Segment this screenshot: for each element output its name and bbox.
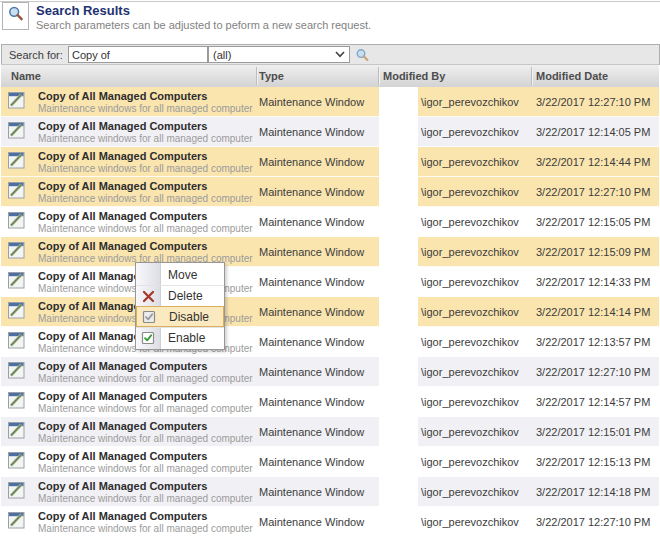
menu-item-icon-cell <box>136 331 160 345</box>
redaction-overlay <box>379 87 418 537</box>
table-row[interactable]: Copy of All Managed Computers Maintenanc… <box>1 87 659 117</box>
row-description: Maintenance windows for all managed comp… <box>38 463 253 475</box>
row-modified-date: 3/22/2017 12:27:10 PM <box>536 87 650 117</box>
row-name-block: Copy of All Managed Computers Maintenanc… <box>38 359 253 385</box>
search-submit-button[interactable] <box>354 47 370 63</box>
row-type: Maintenance Window <box>259 507 364 537</box>
context-menu-item[interactable]: Disable <box>136 306 224 327</box>
maintenance-window-icon <box>8 392 25 409</box>
row-title: Copy of All Managed Computers <box>38 389 253 403</box>
row-modified-by: \igor_perevozchikov <box>421 147 519 177</box>
row-type: Maintenance Window <box>259 327 364 357</box>
table-row[interactable]: Copy of All Managed Computers Maintenanc… <box>1 147 659 177</box>
table-row[interactable]: Copy of All Managed Computers Maintenanc… <box>1 237 659 267</box>
search-for-label: Search for: <box>9 49 63 61</box>
row-modified-date: 3/22/2017 12:14:44 PM <box>536 147 650 177</box>
row-type: Maintenance Window <box>259 417 364 447</box>
menu-item-icon-cell <box>137 310 161 324</box>
row-name-block: Copy of All Managed Computers Maintenanc… <box>38 179 253 205</box>
row-name-block: Copy of All Managed Computers Maintenanc… <box>38 449 253 475</box>
table-row[interactable]: Copy of All Managed Computers Maintenanc… <box>1 117 659 147</box>
search-input[interactable] <box>68 46 208 63</box>
row-modified-by: \igor_perevozchikov <box>421 297 519 327</box>
row-modified-date: 3/22/2017 12:13:57 PM <box>536 327 650 357</box>
column-header-name[interactable]: Name <box>11 65 41 87</box>
row-modified-by: \igor_perevozchikov <box>421 447 519 477</box>
row-modified-by: \igor_perevozchikov <box>421 237 519 267</box>
row-modified-date: 3/22/2017 12:27:10 PM <box>536 357 650 387</box>
row-name-block: Copy of All Managed Computers Maintenanc… <box>38 209 253 235</box>
enable-icon <box>141 331 155 345</box>
row-modified-date: 3/22/2017 12:14:18 PM <box>536 477 650 507</box>
row-description: Maintenance windows for all managed comp… <box>38 163 253 175</box>
filter-selected-value: (all) <box>213 49 335 61</box>
row-name-block: Copy of All Managed Computers Maintenanc… <box>38 149 253 175</box>
maintenance-window-icon <box>8 362 25 379</box>
row-type: Maintenance Window <box>259 387 364 417</box>
row-modified-by: \igor_perevozchikov <box>421 417 519 447</box>
search-results-page: Search Results Search parameters can be … <box>0 0 660 537</box>
maintenance-window-icon <box>8 512 25 529</box>
row-description: Maintenance windows for all managed comp… <box>38 223 253 235</box>
context-menu-item[interactable]: Delete <box>136 285 224 306</box>
row-modified-date: 3/22/2017 12:27:10 PM <box>536 177 650 207</box>
table-row[interactable]: Copy of All Managed Computers Maintenanc… <box>1 267 659 297</box>
menu-item-label: Delete <box>168 289 203 303</box>
row-modified-date: 3/22/2017 12:14:05 PM <box>536 117 650 147</box>
maintenance-window-icon <box>8 242 25 259</box>
row-type: Maintenance Window <box>259 297 364 327</box>
results-table-header: Name Type Modified By Modified Date <box>1 64 659 88</box>
row-modified-date: 3/22/2017 12:15:01 PM <box>536 417 650 447</box>
table-row[interactable]: Copy of All Managed Computers Maintenanc… <box>1 177 659 207</box>
row-title: Copy of All Managed Computers <box>38 149 253 163</box>
menu-item-label: Move <box>168 268 197 282</box>
table-row[interactable]: Copy of All Managed Computers Maintenanc… <box>1 477 659 507</box>
filter-dropdown[interactable]: (all) <box>208 46 350 63</box>
row-name-block: Copy of All Managed Computers Maintenanc… <box>38 89 253 115</box>
column-header-modified-by[interactable]: Modified By <box>383 65 445 87</box>
row-modified-by: \igor_perevozchikov <box>421 267 519 297</box>
maintenance-window-icon <box>8 122 25 139</box>
table-row[interactable]: Copy of All Managed Computers Maintenanc… <box>1 417 659 447</box>
row-modified-date: 3/22/2017 12:15:05 PM <box>536 207 650 237</box>
maintenance-window-icon <box>8 332 25 349</box>
table-row[interactable]: Copy of All Managed Computers Maintenanc… <box>1 327 659 357</box>
row-title: Copy of All Managed Computers <box>38 479 253 493</box>
row-description: Maintenance windows for all managed comp… <box>38 433 253 445</box>
column-divider <box>256 67 257 85</box>
delete-icon <box>142 290 155 303</box>
column-header-modified-date[interactable]: Modified Date <box>536 65 608 87</box>
column-header-type[interactable]: Type <box>259 65 284 87</box>
row-description: Maintenance windows for all managed comp… <box>38 403 253 415</box>
table-row[interactable]: Copy of All Managed Computers Maintenanc… <box>1 297 659 327</box>
table-row[interactable]: Copy of All Managed Computers Maintenanc… <box>1 387 659 417</box>
row-name-block: Copy of All Managed Computers Maintenanc… <box>38 119 253 145</box>
row-modified-by: \igor_perevozchikov <box>421 357 519 387</box>
results-table-body: Copy of All Managed Computers Maintenanc… <box>1 87 659 537</box>
maintenance-window-icon <box>8 92 25 109</box>
page-subtitle: Search parameters can be adjusted to pef… <box>36 19 371 31</box>
row-modified-by: \igor_perevozchikov <box>421 177 519 207</box>
row-type: Maintenance Window <box>259 207 364 237</box>
context-menu-item[interactable]: Enable <box>136 327 224 348</box>
row-description: Maintenance windows for all managed comp… <box>38 103 253 115</box>
page-title: Search Results <box>36 3 130 18</box>
row-description: Maintenance windows for all managed comp… <box>38 193 253 205</box>
row-modified-by: \igor_perevozchikov <box>421 507 519 537</box>
context-menu-item[interactable]: Move <box>136 264 224 285</box>
table-row[interactable]: Copy of All Managed Computers Maintenanc… <box>1 447 659 477</box>
row-type: Maintenance Window <box>259 237 364 267</box>
maintenance-window-icon <box>8 152 25 169</box>
row-name-block: Copy of All Managed Computers Maintenanc… <box>38 419 253 445</box>
row-modified-date: 3/22/2017 12:14:33 PM <box>536 267 650 297</box>
table-row[interactable]: Copy of All Managed Computers Maintenanc… <box>1 507 659 537</box>
row-modified-by: \igor_perevozchikov <box>421 327 519 357</box>
row-title: Copy of All Managed Computers <box>38 209 253 223</box>
row-type: Maintenance Window <box>259 447 364 477</box>
search-icon <box>355 48 370 63</box>
table-row[interactable]: Copy of All Managed Computers Maintenanc… <box>1 207 659 237</box>
context-menu: Move Delete Disable <box>135 262 225 350</box>
row-modified-date: 3/22/2017 12:15:13 PM <box>536 447 650 477</box>
table-row[interactable]: Copy of All Managed Computers Maintenanc… <box>1 357 659 387</box>
chevron-down-icon <box>335 51 345 58</box>
